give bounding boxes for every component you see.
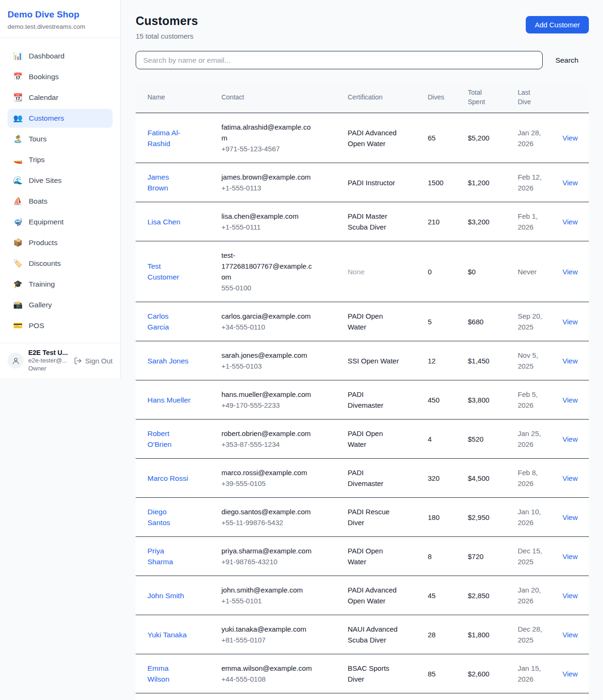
customer-name-link[interactable]: Fatima Al-Rashid	[147, 127, 191, 149]
customer-name-link[interactable]: John Smith	[147, 590, 184, 601]
user-role: Owner	[28, 364, 69, 372]
sidebar-item-equipment[interactable]: 🤿 Equipment	[8, 213, 113, 231]
customer-total-spent: $720	[468, 551, 506, 562]
customer-phone: +55-11-99876-5432	[221, 517, 336, 528]
view-link[interactable]: View	[562, 474, 578, 482]
products-icon: 📦	[13, 238, 23, 247]
customer-certification: PADI Master Scuba Diver	[348, 211, 400, 232]
sidebar-item-products[interactable]: 📦 Products	[8, 233, 113, 252]
customer-phone: +44-555-0108	[221, 674, 336, 684]
view-link[interactable]: View	[562, 268, 578, 276]
customer-name-link[interactable]: Lisa Chen	[147, 216, 180, 227]
sidebar-item-discounts[interactable]: 🏷️ Discounts	[8, 254, 113, 273]
customer-last-dive: Jan 10, 2026	[518, 506, 548, 528]
sidebar-item-customers[interactable]: 👥 Customers	[8, 109, 113, 128]
view-link[interactable]: View	[562, 134, 578, 142]
sidebar-item-label: Tours	[29, 134, 47, 144]
customer-email: robert.obrien@example.com	[221, 428, 316, 439]
add-customer-button[interactable]: Add Customer	[526, 16, 589, 33]
view-link[interactable]: View	[562, 318, 578, 326]
tours-icon: 🏝️	[13, 134, 23, 144]
main-content: Customers 15 total customers Add Custome…	[121, 0, 603, 700]
sidebar-item-bookings[interactable]: 📅 Bookings	[8, 67, 113, 86]
sidebar-item-training[interactable]: 🎓 Training	[8, 275, 113, 294]
table-row: Carlos Garcia carlos.garcia@example.com+…	[136, 302, 589, 341]
customer-email: test-1772681807767@example.com	[221, 250, 316, 282]
sidebar-item-dive-sites[interactable]: 🌊 Dive Sites	[8, 171, 113, 190]
view-link[interactable]: View	[562, 552, 578, 560]
customer-phone: +1-555-0111	[221, 222, 336, 232]
customer-certification: PADI Open Water	[348, 428, 400, 450]
customer-phone: +34-555-0110	[221, 321, 336, 332]
customer-total-spent: $2,600	[468, 668, 506, 679]
view-link[interactable]: View	[562, 218, 578, 226]
customer-last-dive: Dec 15, 2025	[518, 545, 548, 567]
sidebar-item-label: POS	[29, 321, 44, 330]
customer-dives: 4	[428, 434, 456, 445]
customer-name-link[interactable]: Emma Wilson	[147, 663, 191, 684]
customer-last-dive: Sep 20, 2025	[518, 311, 548, 332]
customer-email: priya.sharma@example.com	[221, 545, 316, 556]
sign-out-label: Sign Out	[85, 357, 113, 365]
customer-name-link[interactable]: Yuki Tanaka	[147, 629, 187, 640]
customer-last-dive: Nov 5, 2025	[518, 350, 548, 371]
table-row: Hans Mueller hans.mueller@example.com+49…	[136, 380, 589, 420]
search-input[interactable]	[136, 51, 543, 69]
customer-total-spent: $1,800	[468, 629, 506, 640]
customer-phone: 555-0100	[221, 282, 336, 293]
customer-name-link[interactable]: Sarah Jones	[147, 355, 188, 366]
customer-name-link[interactable]: Marco Rossi	[147, 473, 188, 484]
sidebar-item-label: Gallery	[29, 300, 52, 310]
customer-name-link[interactable]: James Brown	[147, 172, 191, 193]
sidebar-item-dashboard[interactable]: 📊 Dashboard	[8, 47, 113, 66]
equipment-icon: 🤿	[13, 217, 23, 227]
column-header: Last Dive	[512, 82, 557, 113]
customer-last-dive: Jan 20, 2026	[518, 585, 548, 606]
customer-phone: +1-555-0113	[221, 182, 336, 193]
sidebar-item-label: Dashboard	[29, 51, 65, 61]
customer-total-spent: $520	[468, 434, 506, 445]
customer-certification: None	[348, 266, 400, 277]
column-header: Dives	[422, 82, 462, 113]
customer-name-link[interactable]: Hans Mueller	[147, 395, 190, 405]
sidebar-item-calendar[interactable]: 📆 Calendar	[8, 88, 113, 107]
customer-email: hans.mueller@example.com	[221, 389, 316, 400]
customer-dives: 0	[428, 266, 456, 277]
view-link[interactable]: View	[562, 435, 578, 443]
customer-name-link[interactable]: Test Customer	[147, 261, 191, 282]
sidebar-item-pos[interactable]: 💳 POS	[8, 316, 113, 335]
table-row: Diego Santos diego.santos@example.com+55…	[136, 498, 589, 537]
bookings-icon: 📅	[13, 72, 23, 82]
customer-certification: PADI Advanced Open Water	[348, 585, 400, 606]
view-link[interactable]: View	[562, 179, 578, 187]
sidebar-item-label: Products	[29, 238, 57, 247]
search-button[interactable]: Search	[555, 56, 579, 65]
customer-certification: SSI Open Water	[348, 355, 400, 366]
view-link[interactable]: View	[562, 513, 578, 521]
customer-name-link[interactable]: Carlos Garcia	[147, 311, 191, 332]
customer-certification: PADI Advanced Open Water	[348, 127, 400, 149]
table-row: Priya Sharma priya.sharma@example.com+91…	[136, 537, 589, 576]
customer-total-spent: $0	[468, 266, 506, 277]
customer-name-link[interactable]: Diego Santos	[147, 506, 191, 528]
customer-name-link[interactable]: Priya Sharma	[147, 545, 191, 567]
view-link[interactable]: View	[562, 357, 578, 365]
view-link[interactable]: View	[562, 592, 578, 600]
customer-dives: 28	[428, 629, 456, 640]
customer-certification: PADI Divemaster	[348, 467, 400, 489]
customer-dives: 180	[428, 512, 456, 523]
view-link[interactable]: View	[562, 670, 578, 678]
view-link[interactable]: View	[562, 631, 578, 639]
sidebar-item-label: Equipment	[29, 217, 64, 227]
customer-dives: 450	[428, 395, 456, 405]
sidebar-item-trips[interactable]: 🚤 Trips	[8, 150, 113, 169]
column-header: Contact	[216, 82, 342, 113]
sign-out-button[interactable]: Sign Out	[74, 357, 113, 365]
customer-name-link[interactable]: Robert O'Brien	[147, 428, 191, 450]
sidebar-item-tours[interactable]: 🏝️ Tours	[8, 130, 113, 148]
sidebar-item-boats[interactable]: ⛵ Boats	[8, 192, 113, 211]
sidebar-item-gallery[interactable]: 📸 Gallery	[8, 296, 113, 314]
view-link[interactable]: View	[562, 396, 578, 404]
customer-last-dive: Dec 28, 2025	[518, 624, 548, 645]
sidebar-item-label: Trips	[29, 155, 45, 165]
